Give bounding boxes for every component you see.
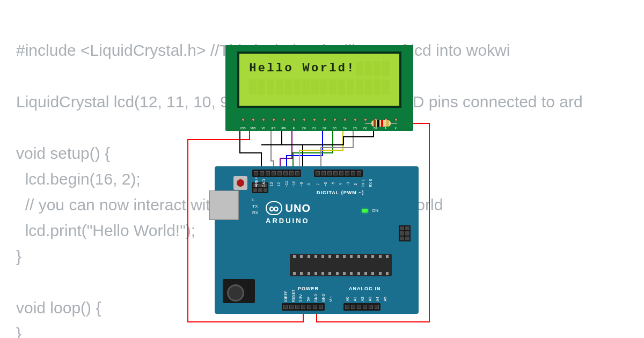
model-label: UNO [286, 202, 311, 215]
power-section-label: POWER [298, 286, 319, 291]
lcd-screen: Hello World! [237, 52, 401, 108]
arduino-uno-board[interactable]: L TX RX ∞ UNO ARDUINO ON AREFGND1312~11~… [215, 166, 419, 314]
lcd-row-2 [249, 79, 390, 94]
svg-rect-4 [381, 120, 383, 127]
circuit-diagram: Hello World! VSSVDDV0RSRWED0D1D2D3D4D5D6… [0, 0, 644, 338]
resistor[interactable] [365, 118, 397, 129]
power-on-led [362, 209, 368, 212]
lcd-row-1: Hello World! [249, 61, 390, 76]
power-jack [223, 279, 255, 303]
status-leds: L TX RX [252, 197, 258, 216]
power-on-label: ON [372, 208, 378, 213]
atmega-chip [290, 254, 392, 276]
power-labels: IOREFRESET3.3V5VGNDGNDVin [283, 297, 334, 301]
reset-button[interactable] [233, 176, 247, 190]
analog-section-label: ANALOG IN [349, 286, 381, 291]
digital-labels-left: AREFGND1312~11~10~98 [253, 182, 312, 186]
icsp-header-2 [399, 225, 411, 241]
digital-header-left[interactable] [252, 170, 301, 177]
digital-labels-right: 7~6~54~32TX 1RX 0 [315, 182, 374, 186]
svg-rect-3 [377, 120, 379, 127]
analog-labels: A0A1A2A3A4A5 [345, 297, 388, 301]
analog-header[interactable] [343, 303, 380, 311]
arduino-branding: ∞ UNO ARDUINO [266, 201, 311, 225]
arduino-logo-icon: ∞ [266, 201, 282, 215]
usb-port [209, 190, 239, 220]
svg-rect-5 [386, 120, 389, 127]
digital-section-label: DIGITAL (PWM ~) [317, 190, 364, 195]
svg-rect-2 [374, 120, 376, 127]
brand-label: ARDUINO [266, 217, 311, 225]
power-header[interactable] [282, 303, 325, 311]
digital-header-right[interactable] [314, 170, 363, 177]
